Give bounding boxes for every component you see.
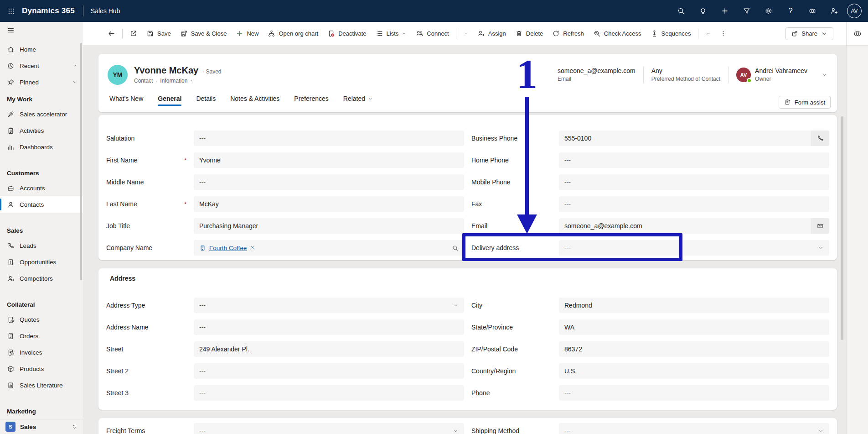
chevron-down-icon[interactable] [818,245,824,251]
fax-input[interactable]: --- [559,196,829,212]
new-button[interactable]: New [231,26,263,41]
sidebar-item-accounts[interactable]: Accounts [0,180,83,196]
email-input[interactable]: someone_a@example.com [559,218,829,234]
header-collapse-chevron-icon[interactable] [822,72,828,78]
delivery-address-input[interactable]: --- [559,240,829,256]
address-name-input[interactable]: --- [194,319,464,335]
phone-icon[interactable] [811,131,829,146]
quick-create-button[interactable] [714,0,736,22]
tab-whats-new[interactable]: What's New [109,89,143,109]
back-button[interactable] [103,26,120,41]
filter-button[interactable] [736,0,758,22]
suggestions-button[interactable] [692,0,714,22]
share-button[interactable]: Share [785,27,833,40]
zip-postal-code-input[interactable]: 86372 [559,341,829,357]
feedback-button[interactable] [801,0,823,22]
more-commands-button[interactable] [715,26,732,41]
deactivate-button[interactable]: Deactivate [323,26,371,41]
overflow-chevron-button[interactable] [701,28,715,39]
tab-related[interactable]: Related [343,89,373,109]
street-input[interactable]: 249 Alexander Pl. [194,341,464,357]
shipping-method-select[interactable]: --- [559,423,829,434]
form-selector[interactable]: Information [160,78,187,84]
sitemap-collapse-button[interactable] [0,22,83,38]
street-3-input[interactable]: --- [194,385,464,401]
sidebar-item-contacts[interactable]: Contacts [0,196,83,213]
open-in-new-window-button[interactable] [125,26,142,41]
sidebar-item-leads[interactable]: Leads [0,237,83,254]
home-phone-input[interactable]: --- [559,152,829,168]
tab-notes-activities[interactable]: Notes & Activities [230,89,279,109]
sidebar-item-recent[interactable]: Recent [0,58,83,74]
owner-field[interactable]: AV Andrei Vahrameev Owner [736,67,807,82]
owner-link[interactable]: Andrei Vahrameev [755,67,807,74]
delete-button[interactable]: Delete [511,26,548,41]
lists-button[interactable]: Lists [371,26,412,41]
mail-icon[interactable] [811,218,829,234]
chevron-down-icon[interactable] [190,78,195,83]
sidebar-item-activities[interactable]: Activities [0,122,83,139]
sidebar-item-dashboards[interactable]: Dashboards [0,139,83,155]
chevron-down-icon[interactable] [453,303,459,309]
company-link[interactable]: Fourth Coffee [209,245,247,251]
app-launcher-button[interactable] [0,0,22,22]
field-label: Street 2 [106,367,129,375]
mobile-phone-input[interactable]: --- [559,174,829,190]
chevron-down-icon[interactable] [453,428,459,434]
connect-button[interactable]: Connect [411,26,453,41]
address-type-select[interactable]: --- [194,298,464,313]
area-switcher[interactable]: S Sales [0,419,83,434]
check-access-button[interactable]: Check Access [589,26,646,41]
remove-value-icon[interactable] [250,245,255,251]
sidebar-item-pinned[interactable]: Pinned [0,74,83,90]
street-2-input[interactable]: --- [194,363,464,379]
header-field-preferred-method[interactable]: Any Preferred Method of Contact [651,67,720,82]
settings-button[interactable] [758,0,780,22]
refresh-button[interactable]: Refresh [548,26,589,41]
sidebar-item-competitors[interactable]: Competitors [0,270,83,287]
sequences-button[interactable]: Sequences [646,26,696,41]
main-scrollbar[interactable] [841,116,843,340]
lookup-search-icon[interactable] [452,245,459,251]
copilot-pane-button[interactable] [847,22,868,46]
job-title-input[interactable]: Purchasing Manager [194,218,464,234]
state-province-input[interactable]: WA [559,319,829,335]
chevron-down-icon[interactable] [72,79,78,85]
sidebar-item-products[interactable]: Products [0,361,83,377]
sidebar-scrollbar[interactable] [80,43,82,280]
help-button[interactable]: ? [780,0,801,22]
sidebar-item-invoices[interactable]: Invoices [0,344,83,361]
sidebar-item-orders[interactable]: Orders [0,328,83,344]
save-button[interactable]: Save [142,26,176,41]
header-field-email[interactable]: someone_a@example.com Email [558,67,636,82]
country-region-input[interactable]: U.S. [559,363,829,379]
account-avatar[interactable]: AV [847,4,862,18]
sidebar-item-sales-literature[interactable]: Sales Literature [0,377,83,393]
user-actions-button[interactable] [823,0,845,22]
app-name[interactable]: Sales Hub [91,7,120,15]
last-name-input[interactable]: McKay [194,196,464,212]
sidebar-item-quotes[interactable]: Quotes [0,311,83,328]
sidebar-item-home[interactable]: Home [0,41,83,58]
form-assist-button[interactable]: Form assist [779,96,831,109]
tab-preferences[interactable]: Preferences [294,89,328,109]
save-and-close-button[interactable]: Save & Close [176,26,232,41]
tab-general[interactable]: General [158,89,181,109]
middle-name-input[interactable]: --- [194,174,464,190]
tab-details[interactable]: Details [196,89,216,109]
search-button[interactable] [670,0,692,22]
salutation-input[interactable]: --- [194,131,464,146]
first-name-input[interactable]: Yvonne [194,152,464,168]
business-phone-input[interactable]: 555-0100 [559,131,829,146]
connect-flyout-button[interactable] [459,28,473,39]
address-phone-input[interactable]: --- [559,385,829,401]
open-org-chart-button[interactable]: Open org chart [263,26,323,41]
chevron-down-icon[interactable] [818,428,824,434]
freight-terms-select[interactable]: --- [194,423,464,434]
city-input[interactable]: Redmond [559,298,829,313]
assign-button[interactable]: Assign [473,26,511,41]
sidebar-item-sales-accelerator[interactable]: Sales accelerator [0,106,83,122]
chevron-down-icon[interactable] [72,63,78,68]
company-name-lookup[interactable]: Fourth Coffee [194,240,464,256]
sidebar-item-opportunities[interactable]: Opportunities [0,254,83,270]
